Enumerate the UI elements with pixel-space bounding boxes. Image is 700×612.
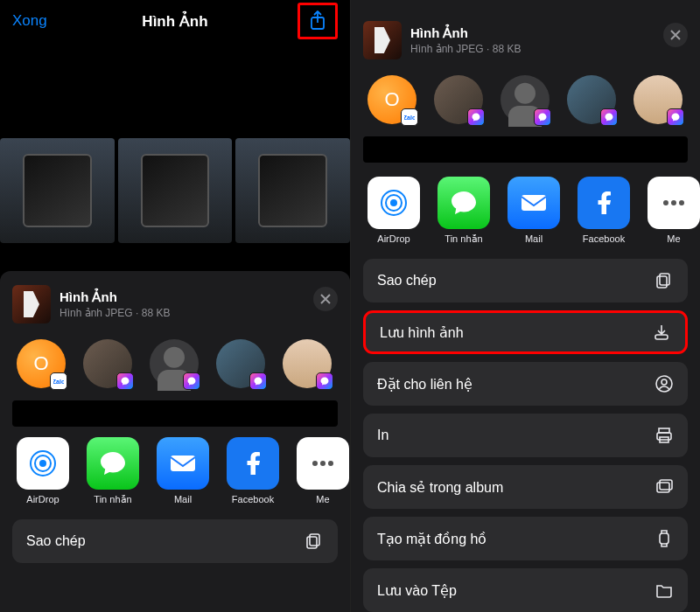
action-files[interactable]: Lưu vào Tệp — [363, 568, 688, 612]
close-button[interactable] — [313, 287, 338, 311]
contact-item[interactable] — [214, 339, 268, 388]
msgr-badge-icon — [316, 372, 333, 390]
app-messages[interactable]: Tin nhắn — [435, 177, 493, 245]
contact-row: OZalo — [0, 334, 350, 395]
svg-rect-20 — [657, 276, 667, 288]
copy-icon — [654, 271, 674, 290]
contact-item[interactable] — [80, 339, 135, 388]
close-icon — [320, 294, 331, 304]
app-row: AirDropTin nhắnMailFacebookMe — [351, 171, 700, 257]
avatar — [634, 75, 682, 124]
action-label: Đặt cho liên hệ — [377, 376, 472, 393]
image-viewer[interactable] — [0, 42, 350, 243]
contact-item[interactable] — [564, 75, 619, 124]
contact-item[interactable] — [280, 339, 334, 388]
facebook-icon — [227, 437, 279, 490]
zalo-badge-icon: Zalo — [50, 372, 67, 390]
contact-item[interactable] — [631, 75, 685, 124]
watch-icon — [654, 529, 674, 548]
app-more[interactable]: Me — [294, 437, 350, 505]
avatar — [434, 75, 483, 124]
avatar: OZalo — [368, 75, 416, 124]
app-messages[interactable]: Tin nhắn — [84, 437, 142, 505]
action-label: Tạo mặt đồng hồ — [377, 531, 486, 547]
messages-icon — [87, 437, 139, 490]
app-mail[interactable]: Mail — [154, 437, 212, 505]
action-list: Sao chép — [0, 512, 350, 585]
sheet-header: Hình Ảnh Hình ảnh JPEG · 88 KB — [0, 282, 350, 334]
image-thumb[interactable] — [235, 138, 350, 243]
contact-item[interactable] — [147, 339, 201, 388]
action-album[interactable]: Chia sẻ trong album — [363, 465, 688, 509]
svg-rect-19 — [660, 274, 669, 285]
phone-right: Hình Ảnh Hình ảnh JPEG · 88 KB OZalo Air… — [350, 0, 700, 612]
more-icon — [297, 437, 349, 490]
nav-title: Hình Ảnh — [142, 12, 207, 31]
messages-icon — [438, 177, 490, 229]
svg-rect-15 — [522, 195, 546, 211]
app-label: Me — [645, 233, 700, 244]
share-icon — [309, 10, 326, 31]
svg-rect-10 — [307, 537, 317, 548]
contact-item[interactable] — [431, 75, 486, 124]
contact-item[interactable]: OZalo — [14, 339, 68, 388]
nav-bar: Xong Hình Ảnh — [0, 0, 350, 42]
app-facebook[interactable]: Facebook — [575, 177, 633, 245]
svg-text:Zalo: Zalo — [404, 115, 415, 121]
avatar — [500, 75, 550, 124]
svg-point-16 — [663, 200, 668, 205]
sheet-title: Hình Ảnh — [60, 289, 338, 305]
share-sheet: Hình Ảnh Hình ảnh JPEG · 88 KB OZalo Air… — [0, 271, 350, 612]
image-thumb[interactable] — [118, 138, 233, 243]
album-icon — [654, 477, 674, 497]
action-copy[interactable]: Sao chép — [363, 259, 688, 303]
action-print[interactable]: In — [363, 414, 688, 457]
image-strip — [0, 138, 350, 243]
msgr-badge-icon — [534, 108, 551, 126]
airdrop-icon — [368, 177, 420, 229]
phone-left: Xong Hình Ảnh Hình Ảnh Hình ảnh JPEG · 8… — [0, 0, 350, 612]
svg-rect-5 — [171, 456, 195, 471]
contact-row: OZalo — [351, 70, 700, 131]
contact-item[interactable]: OZalo — [365, 75, 419, 124]
action-copy[interactable]: Sao chép — [12, 519, 338, 563]
sheet-thumbnail — [12, 285, 51, 323]
mail-icon — [157, 437, 209, 490]
download-icon — [652, 323, 671, 342]
done-button[interactable]: Xong — [12, 12, 47, 30]
action-watch[interactable]: Tạo mặt đồng hồ — [363, 517, 688, 560]
avatar: OZalo — [17, 339, 66, 388]
msgr-badge-icon — [183, 372, 200, 390]
redaction-bar — [363, 136, 688, 163]
app-airdrop[interactable]: AirDrop — [365, 177, 423, 245]
action-save[interactable]: Lưu hình ảnh — [363, 310, 688, 354]
share-button-highlight[interactable] — [298, 3, 338, 39]
sheet-subtitle: Hình ảnh JPEG · 88 KB — [410, 43, 688, 55]
svg-rect-28 — [660, 480, 672, 490]
app-label: Mail — [505, 233, 563, 244]
svg-point-6 — [312, 461, 318, 466]
svg-point-12 — [390, 199, 397, 206]
app-more[interactable]: Me — [645, 177, 700, 245]
app-facebook[interactable]: Facebook — [224, 437, 282, 505]
sheet-title: Hình Ảnh — [410, 25, 688, 41]
mail-icon — [508, 177, 560, 229]
facebook-icon — [578, 177, 630, 229]
copy-icon — [304, 532, 324, 551]
action-assign[interactable]: Đặt cho liên hệ — [363, 362, 688, 406]
action-label: Chia sẻ trong album — [377, 479, 503, 496]
contact-item[interactable] — [498, 75, 552, 124]
sheet-subtitle: Hình ảnh JPEG · 88 KB — [60, 307, 338, 319]
app-mail[interactable]: Mail — [505, 177, 563, 245]
redaction-bar — [12, 400, 338, 427]
action-label: Sao chép — [377, 273, 437, 289]
more-icon — [648, 177, 700, 229]
avatar — [567, 75, 616, 124]
close-button[interactable] — [663, 23, 688, 47]
app-label: Tin nhắn — [435, 233, 493, 245]
image-thumb[interactable] — [0, 138, 115, 243]
avatar — [83, 339, 132, 388]
contact-icon — [654, 374, 674, 393]
app-airdrop[interactable]: AirDrop — [14, 437, 72, 505]
svg-rect-9 — [310, 534, 319, 546]
